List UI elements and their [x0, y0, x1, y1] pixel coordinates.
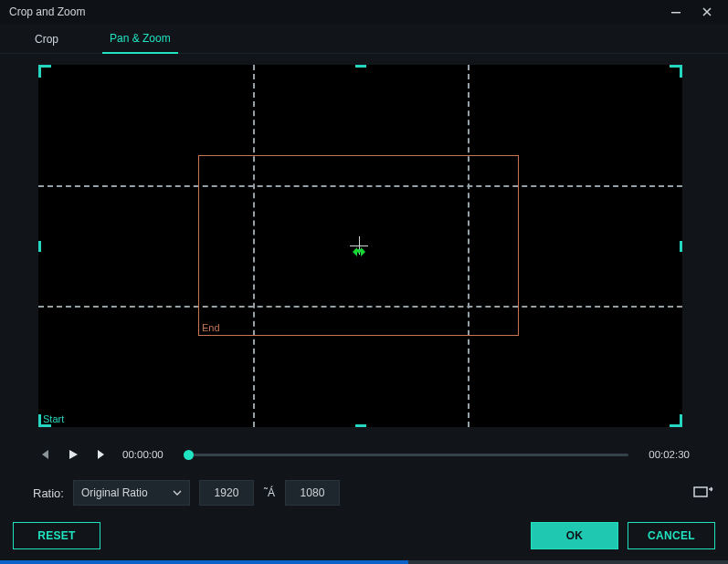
next-frame-button[interactable] [93, 445, 111, 464]
height-input[interactable]: 1080 [285, 480, 340, 506]
start-frame-label: Start [43, 413, 64, 424]
loading-progress-bar [0, 560, 728, 564]
titlebar: Crop and Zoom [0, 0, 728, 24]
tab-pan-and-zoom[interactable]: Pan & Zoom [102, 26, 178, 54]
step-forward-icon [96, 448, 109, 461]
start-frame-handle-bottom[interactable] [355, 424, 366, 427]
video-preview[interactable]: Start End [38, 65, 682, 427]
start-frame-handle-tr[interactable] [670, 65, 682, 78]
tab-crop[interactable]: Crop [27, 26, 66, 53]
dimension-separator: ˜Á [263, 486, 276, 499]
prev-frame-button[interactable] [35, 445, 53, 464]
center-crosshair-icon [350, 236, 368, 255]
footer: RESET OK CANCEL [0, 513, 728, 560]
swap-start-end-button[interactable] [693, 485, 713, 502]
ratio-row: Ratio: Original Ratio 1920 ˜Á 1080 [0, 467, 728, 513]
start-frame-handle-top[interactable] [355, 65, 366, 68]
close-icon [702, 6, 712, 17]
reset-button[interactable]: RESET [13, 522, 100, 549]
minimize-button[interactable] [660, 2, 691, 22]
minimize-icon [670, 6, 681, 17]
start-frame-handle-right[interactable] [680, 241, 682, 252]
start-frame-handle-tl[interactable] [38, 65, 51, 78]
step-back-icon [37, 448, 50, 461]
close-button[interactable] [691, 2, 723, 22]
svg-rect-0 [671, 12, 681, 14]
play-icon [67, 448, 79, 461]
end-frame[interactable]: End [198, 155, 519, 336]
timeline-knob[interactable] [184, 450, 194, 460]
current-time: 00:00:00 [122, 449, 164, 460]
total-time: 00:02:30 [649, 449, 690, 460]
width-input[interactable]: 1920 [199, 480, 254, 506]
svg-rect-1 [694, 487, 707, 496]
ratio-select-value: Original Ratio [81, 486, 148, 499]
end-frame-label: End [202, 322, 220, 333]
cancel-button[interactable]: CANCEL [628, 522, 715, 549]
swap-icon [693, 485, 713, 499]
ratio-label: Ratio: [33, 486, 64, 500]
chevron-down-icon [173, 488, 182, 497]
ok-button[interactable]: OK [531, 522, 618, 549]
timeline-slider[interactable] [184, 454, 628, 456]
start-frame-handle-br[interactable] [670, 414, 682, 427]
ratio-select[interactable]: Original Ratio [73, 480, 190, 506]
start-frame-handle-left[interactable] [38, 241, 41, 252]
preview-area: Start End [0, 54, 728, 433]
window-title: Crop and Zoom [9, 5, 85, 18]
crop-and-zoom-window: Crop and Zoom Crop Pan & Zoom Star [0, 0, 728, 564]
tab-bar: Crop Pan & Zoom [0, 26, 728, 54]
play-button[interactable] [64, 445, 82, 464]
playback-bar: 00:00:00 00:02:30 [0, 433, 728, 467]
